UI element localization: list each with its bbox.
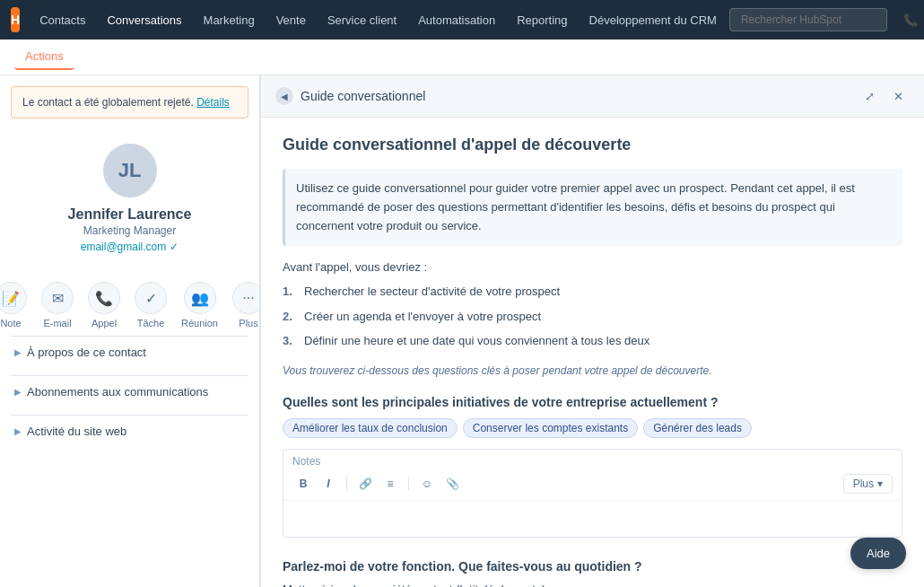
chevron-right-icon-3: ▶ <box>14 426 22 436</box>
tag-1-3[interactable]: Générer des leads <box>643 418 752 438</box>
alert-text: Le contact a été globalement rejeté. <box>22 96 194 109</box>
attachment-button-1[interactable]: 📎 <box>441 473 463 495</box>
plus-chevron-icon-1: ▾ <box>877 477 883 490</box>
hubspot-logo[interactable]: H <box>11 7 20 32</box>
collapse-button[interactable]: ◀ <box>275 87 293 105</box>
main-layout: Le contact a été globalement rejeté. Dét… <box>0 75 924 587</box>
italic-button-1[interactable]: I <box>318 473 339 495</box>
nav-vente[interactable]: Vente <box>267 8 315 32</box>
plus-btn-label-1: Plus <box>853 477 874 490</box>
pre-call-item-2: 2. Créer un agenda et l'envoyer à votre … <box>283 308 902 326</box>
toolbar-sep-1 <box>346 477 347 491</box>
toolbar-sep-2 <box>408 477 409 491</box>
action-email[interactable]: ✉ E-mail <box>41 282 74 329</box>
guide-header-title: Guide conversationnel <box>301 89 425 103</box>
action-meeting[interactable]: 👥 Réunion <box>181 282 218 329</box>
guide-panel: ◀ Guide conversationnel ⤢ ✕ Guide conver… <box>260 75 924 587</box>
contact-title: Marketing Manager <box>83 224 176 237</box>
guide-header: ◀ Guide conversationnel ⤢ ✕ <box>261 75 924 118</box>
guide-header-icons: ⤢ ✕ <box>858 84 910 108</box>
email-icon: ✉ <box>41 282 74 314</box>
pre-call-note: Vous trouverez ci-dessous des questions … <box>283 364 902 377</box>
avatar: JL <box>103 144 157 197</box>
nav-service-client[interactable]: Service client <box>318 8 405 32</box>
pre-call-list: 1. Rechercher le secteur d'activité de v… <box>283 283 902 350</box>
item-text-1: Rechercher le secteur d'activité de votr… <box>304 283 560 301</box>
nav-crm[interactable]: Développement du CRM <box>580 8 726 32</box>
notes-content-1[interactable] <box>283 501 902 537</box>
plus-button-1[interactable]: Plus ▾ <box>843 474 893 494</box>
chevron-right-icon-2: ▶ <box>14 387 22 397</box>
top-nav-icons: 📞 ⊞ ⚙ 🔔 <box>898 7 924 32</box>
section-activity: ▶ Activité du site web <box>11 415 248 447</box>
tag-1-1[interactable]: Améliorer les taux de conclusion <box>283 418 458 438</box>
call-label: Appel <box>92 318 117 329</box>
more-label: Plus <box>239 318 257 329</box>
task-icon: ✓ <box>135 282 167 314</box>
item-num-3: 3. <box>283 332 297 350</box>
section-activity-header[interactable]: ▶ Activité du site web <box>11 416 248 447</box>
item-num-1: 1. <box>283 283 297 301</box>
nav-marketing[interactable]: Marketing <box>195 8 264 32</box>
notes-label-1: Notes <box>283 450 902 468</box>
question-block-2: Parlez-moi de votre fonction. Que faites… <box>283 559 902 587</box>
top-navigation: H Contacts Conversations Marketing Vente… <box>0 0 924 39</box>
global-search-input[interactable] <box>729 8 887 31</box>
guide-body: Guide conversationnel d'appel de découve… <box>261 118 924 587</box>
section-about-header[interactable]: ▶ À propos de ce contact <box>11 337 248 368</box>
action-call[interactable]: 📞 Appel <box>88 282 120 329</box>
section-about: ▶ À propos de ce contact <box>11 336 248 368</box>
task-label: Tâche <box>137 318 165 329</box>
section-about-label: À propos de ce contact <box>27 346 146 359</box>
close-icon[interactable]: ✕ <box>886 84 910 108</box>
nav-automatisation[interactable]: Automatisation <box>409 8 504 32</box>
pre-call-item-1: 1. Rechercher le secteur d'activité de v… <box>283 283 902 301</box>
link-button-1[interactable]: 🔗 <box>354 473 376 495</box>
contact-sidebar: Le contact a été globalement rejeté. Dét… <box>0 75 260 587</box>
bold-button-1[interactable]: B <box>292 473 314 495</box>
section-subscriptions-label: Abonnements aux communications <box>27 385 208 399</box>
nav-conversations[interactable]: Conversations <box>98 8 190 32</box>
action-icons-row: 📝 Note ✉ E-mail 📞 Appel ✓ Tâche 👥 Réunio… <box>11 282 248 329</box>
email-verified-icon: ✓ <box>170 241 179 253</box>
section-subscriptions-header[interactable]: ▶ Abonnements aux communications <box>11 376 248 407</box>
sub-nav-actions[interactable]: Actions <box>14 44 74 70</box>
question-block-1: Quelles sont les principales initiatives… <box>283 395 902 538</box>
contact-card: JL Jennifer Laurence Marketing Manager e… <box>11 129 248 267</box>
tag-1-2[interactable]: Conserver les comptes existants <box>463 418 638 438</box>
contact-name: Jennifer Laurence <box>68 206 192 223</box>
action-note[interactable]: 📝 Note <box>0 282 27 329</box>
emoji-button-1[interactable]: ☺ <box>416 473 438 495</box>
email-label: E-mail <box>43 318 71 329</box>
note-label: Note <box>0 318 21 329</box>
question-title-2: Parlez-moi de votre fonction. Que faites… <box>283 559 902 574</box>
nav-reporting[interactable]: Reporting <box>508 8 576 32</box>
alert-details-link[interactable]: Détails <box>196 96 230 109</box>
meeting-label: Réunion <box>181 318 218 329</box>
nav-contacts[interactable]: Contacts <box>31 8 94 32</box>
question-sub-label-2: Mettez à jour la propriété contact (Inti… <box>283 583 902 587</box>
pre-call-label: Avant l'appel, vous devriez : <box>283 260 902 274</box>
pre-call-item-3: 3. Définir une heure et une date qui vou… <box>283 332 902 350</box>
item-text-2: Créer un agenda et l'envoyer à votre pro… <box>304 308 541 326</box>
main-content: ◀ Guide conversationnel ⤢ ✕ Guide conver… <box>260 75 924 587</box>
guide-title: Guide conversationnel d'appel de découve… <box>283 136 902 154</box>
guide-header-left: ◀ Guide conversationnel <box>275 87 425 105</box>
phone-icon[interactable]: 📞 <box>898 7 923 32</box>
note-icon: 📝 <box>0 282 27 314</box>
action-more[interactable]: ··· Plus <box>232 282 260 329</box>
action-task[interactable]: ✓ Tâche <box>135 282 167 329</box>
expand-icon[interactable]: ⤢ <box>858 84 881 108</box>
sub-navigation: Actions <box>0 39 924 75</box>
guide-intro: Utilisez ce guide conversationnel pour g… <box>283 169 902 246</box>
more-icon: ··· <box>232 282 260 314</box>
notes-box-1: Notes B I 🔗 ≡ ☺ 📎 Plu <box>283 449 902 538</box>
aide-button[interactable]: Aide <box>850 538 906 569</box>
item-num-2: 2. <box>283 308 297 326</box>
meeting-icon: 👥 <box>184 282 216 314</box>
chevron-right-icon: ▶ <box>14 347 22 357</box>
alert-box: Le contact a été globalement rejeté. Dét… <box>11 86 248 118</box>
notes-toolbar-1: B I 🔗 ≡ ☺ 📎 Plus ▾ <box>283 468 902 501</box>
contact-email[interactable]: email@gmail.com ✓ <box>81 241 179 253</box>
list-button-1[interactable]: ≡ <box>379 473 401 495</box>
